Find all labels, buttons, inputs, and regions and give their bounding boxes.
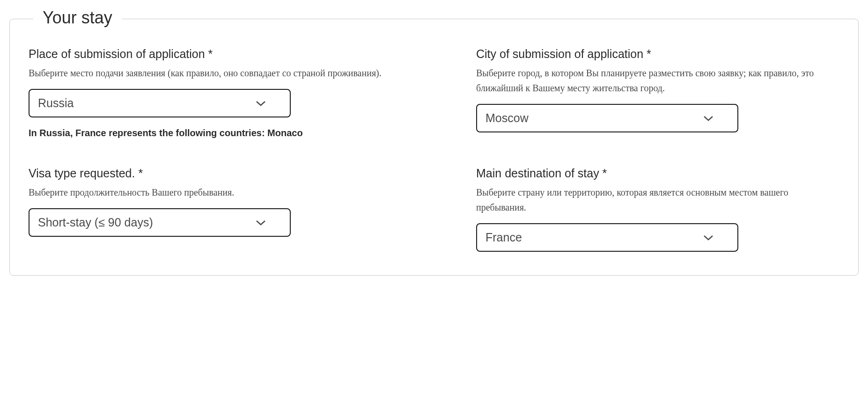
visa-type-select[interactable]: Short-stay (≤ 90 days) [29, 208, 291, 237]
destination-select-value: France [485, 231, 703, 244]
city-select-value: Moscow [485, 111, 703, 125]
visa-type-helper: Выберите продолжительность Вашего пребыв… [29, 185, 392, 200]
main-destination-field: Main destination of stay * Выберите стра… [476, 167, 839, 252]
place-select-wrapper: Russia [29, 89, 291, 117]
city-helper: Выберите город, в котором Вы планируете … [476, 66, 839, 95]
destination-helper: Выберите страну или территорию, которая … [476, 185, 839, 215]
destination-select[interactable]: France [476, 223, 738, 252]
place-helper: Выберите место подачи заявления (как пра… [29, 66, 392, 80]
chevron-down-icon [703, 113, 714, 124]
visa-type-field: Visa type requested. * Выберите продолжи… [29, 167, 392, 252]
city-of-submission-field: City of submission of application * Выбе… [476, 47, 839, 139]
chevron-down-icon [255, 217, 266, 228]
destination-label: Main destination of stay * [476, 167, 839, 180]
city-label: City of submission of application * [476, 47, 839, 61]
visa-type-select-wrapper: Short-stay (≤ 90 days) [29, 208, 291, 237]
place-note: In Russia, France represents the followi… [29, 128, 392, 139]
chevron-down-icon [255, 98, 266, 109]
city-select-wrapper: Moscow [476, 104, 738, 132]
visa-type-label: Visa type requested. * [29, 167, 392, 180]
place-label: Place of submission of application * [29, 47, 392, 61]
destination-select-wrapper: France [476, 223, 738, 252]
place-select-value: Russia [38, 96, 255, 110]
place-select[interactable]: Russia [29, 89, 291, 117]
place-of-submission-field: Place of submission of application * Выб… [29, 47, 392, 139]
your-stay-fieldset: Your stay Place of submission of applica… [9, 19, 859, 276]
form-grid: Place of submission of application * Выб… [29, 47, 839, 252]
visa-type-select-value: Short-stay (≤ 90 days) [38, 216, 255, 229]
chevron-down-icon [703, 232, 714, 243]
fieldset-legend: Your stay [33, 8, 122, 28]
city-select[interactable]: Moscow [476, 104, 738, 132]
